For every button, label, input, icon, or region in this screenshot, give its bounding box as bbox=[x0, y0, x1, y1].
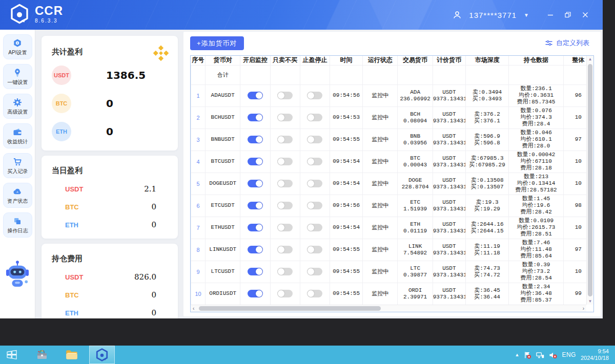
ccr-taskbar-button[interactable] bbox=[89, 346, 115, 364]
monitor-toggle[interactable] bbox=[248, 92, 263, 99]
sell-only-toggle[interactable] bbox=[277, 290, 293, 297]
clock[interactable]: 9:54 2024/10/18 bbox=[581, 348, 611, 361]
server-manager-taskbar-button[interactable] bbox=[31, 346, 53, 364]
horizontal-scrollbar[interactable]: ‹ › bbox=[191, 305, 586, 312]
sell-only-toggle[interactable] bbox=[277, 92, 293, 99]
summary-row: 合计 bbox=[191, 65, 587, 84]
sell-only-toggle[interactable] bbox=[277, 202, 293, 209]
sell-only-toggle-cell bbox=[270, 129, 300, 151]
scroll-left-icon[interactable]: ‹ bbox=[193, 305, 194, 312]
monitor-toggle[interactable] bbox=[248, 180, 263, 187]
sell-only-toggle[interactable] bbox=[277, 268, 293, 275]
sidebar-item-buy-records[interactable]: 买入记录 bbox=[3, 153, 32, 178]
monitor-toggle-cell bbox=[240, 261, 270, 283]
ccr-app-icon bbox=[95, 348, 109, 361]
action-center-flag-icon[interactable] bbox=[524, 351, 531, 359]
start-button[interactable] bbox=[0, 346, 24, 364]
sidebar-item-api-settings[interactable]: API设置 bbox=[3, 34, 32, 59]
scroll-right-icon[interactable]: › bbox=[583, 305, 584, 312]
overall-value: 10 bbox=[563, 151, 586, 173]
stop-profit-toggle[interactable] bbox=[307, 92, 322, 99]
sidebar-item-operation-log[interactable]: 操作日志 bbox=[3, 212, 32, 238]
stop-profit-toggle[interactable] bbox=[307, 114, 322, 121]
monitor-toggle-cell bbox=[240, 84, 270, 106]
monitor-toggle[interactable] bbox=[248, 114, 263, 121]
pair-name: BCHUSDT bbox=[206, 106, 240, 129]
quote-amount: 9373.13431 bbox=[433, 140, 465, 146]
col-index: 序号 bbox=[191, 56, 206, 65]
stop-profit-toggle[interactable] bbox=[307, 202, 322, 209]
position-quantity: 数量:236.1 bbox=[509, 85, 563, 92]
stop-profit-toggle[interactable] bbox=[307, 158, 322, 165]
sidebar-item-asset-status[interactable]: 资产状态 bbox=[3, 183, 32, 208]
language-indicator[interactable]: ENG bbox=[562, 351, 576, 358]
update-time: 09:54:55 bbox=[330, 239, 363, 261]
stat-value: 2.1 bbox=[144, 184, 156, 194]
show-hidden-icons-button[interactable]: ▲ bbox=[515, 352, 520, 357]
maximize-button[interactable] bbox=[565, 12, 571, 18]
assistant-robot-mascot[interactable] bbox=[6, 260, 29, 291]
volume-muted-icon[interactable] bbox=[549, 351, 557, 359]
trade-coin: LINK bbox=[398, 243, 432, 250]
file-explorer-taskbar-button[interactable] bbox=[60, 346, 83, 364]
table-row: 6 ETCUSDT 09:54:56 监控中 ETC 1.51939 USDT … bbox=[191, 195, 587, 217]
sell-only-toggle[interactable] bbox=[277, 114, 293, 121]
sell-only-toggle[interactable] bbox=[277, 246, 293, 253]
stop-profit-toggle[interactable] bbox=[307, 246, 322, 253]
server-manager-icon bbox=[36, 349, 48, 361]
scroll-down-icon[interactable]: ▼ bbox=[587, 299, 593, 304]
sell-only-toggle[interactable] bbox=[277, 136, 293, 143]
monitor-toggle[interactable] bbox=[248, 290, 263, 297]
sidebar-item-profit-stats[interactable]: 收益统计 bbox=[3, 123, 32, 148]
monitor-toggle[interactable] bbox=[248, 202, 263, 209]
position-fee: 费用:28.4 bbox=[509, 121, 563, 127]
customize-list-button[interactable]: 自定义列表 bbox=[545, 38, 589, 48]
monitor-toggle[interactable] bbox=[248, 136, 263, 143]
stop-profit-toggle[interactable] bbox=[307, 224, 322, 231]
position-fee: 费用:28.51 bbox=[509, 231, 563, 238]
stop-profit-toggle[interactable] bbox=[307, 136, 322, 143]
sidebar-item-quick-settings[interactable]: 一键设置 bbox=[3, 64, 32, 89]
stop-profit-toggle-cell bbox=[300, 129, 330, 151]
minimize-button[interactable] bbox=[547, 12, 554, 18]
network-icon[interactable] bbox=[536, 351, 544, 359]
depth-buy: 买:36.44 bbox=[466, 294, 508, 301]
quote-amount: 9373.13431 bbox=[433, 184, 465, 190]
monitor-toggle-cell bbox=[240, 217, 270, 239]
quote-coin: USDT bbox=[433, 287, 465, 294]
run-status: 监控中 bbox=[363, 84, 398, 106]
col-market-depth: 市场深度 bbox=[465, 56, 508, 65]
sidebar-item-advanced-settings[interactable]: 高级设置 bbox=[3, 94, 32, 119]
position-quantity: 数量:1.45 bbox=[509, 196, 563, 202]
monitor-toggle[interactable] bbox=[248, 224, 263, 231]
position-quantity: 数量:0.39 bbox=[509, 262, 563, 268]
add-pair-button[interactable]: +添加货币对 bbox=[190, 36, 244, 50]
windows-logo-icon bbox=[6, 349, 17, 360]
horizontal-scroll-thumb[interactable] bbox=[199, 306, 381, 311]
stat-row: ETH 0 bbox=[52, 308, 168, 317]
vertical-scroll-thumb[interactable] bbox=[588, 64, 592, 296]
monitor-toggle[interactable] bbox=[248, 246, 263, 253]
monitor-toggle[interactable] bbox=[248, 268, 263, 275]
overall-value: 98 bbox=[563, 195, 586, 217]
sell-only-toggle[interactable] bbox=[277, 224, 293, 231]
update-time: 09:54:56 bbox=[330, 195, 363, 217]
row-index: 1 bbox=[191, 84, 206, 106]
sell-only-toggle[interactable] bbox=[277, 180, 293, 187]
pair-name: ORDIUSDT bbox=[206, 283, 240, 305]
vertical-scrollbar[interactable]: ▲ ▼ bbox=[586, 56, 593, 305]
scroll-up-icon[interactable]: ▲ bbox=[587, 57, 593, 61]
stop-profit-toggle[interactable] bbox=[307, 180, 322, 187]
user-dropdown-caret-icon[interactable]: ▼ bbox=[524, 12, 529, 18]
run-status: 监控中 bbox=[363, 151, 398, 173]
stop-profit-toggle[interactable] bbox=[307, 268, 322, 275]
monitor-toggle[interactable] bbox=[248, 158, 263, 165]
position-fee: 费用:28.0 bbox=[509, 143, 563, 149]
stop-profit-toggle-cell bbox=[300, 84, 330, 106]
position-data-cell: 数量:7.46 均价:11.48 费用:85.64 bbox=[509, 239, 563, 261]
sell-only-toggle-cell bbox=[270, 151, 300, 173]
quote-amount: 9373.13431 bbox=[433, 118, 465, 124]
stop-profit-toggle[interactable] bbox=[307, 290, 322, 297]
close-button[interactable] bbox=[582, 12, 588, 18]
sell-only-toggle[interactable] bbox=[277, 158, 293, 165]
